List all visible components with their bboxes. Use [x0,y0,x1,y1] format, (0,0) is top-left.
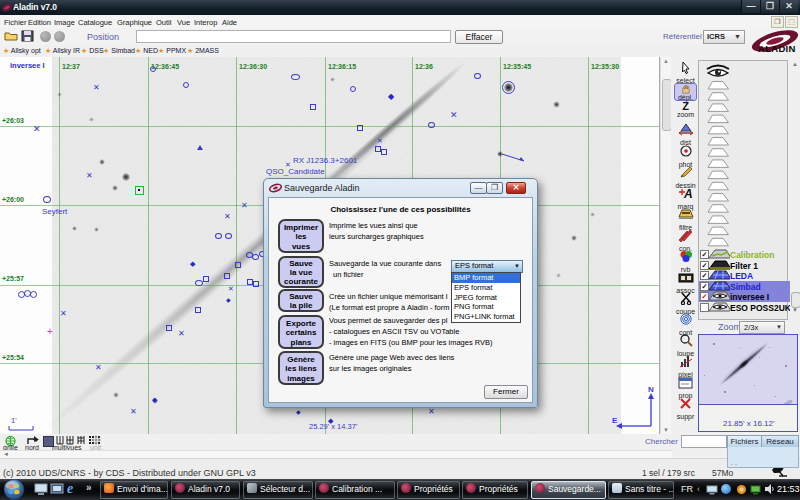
svg-text:A: A [683,187,693,200]
svg-text:E: E [612,416,618,425]
svg-text:N: N [648,385,654,394]
svg-text:ALADIN: ALADIN [758,43,796,54]
